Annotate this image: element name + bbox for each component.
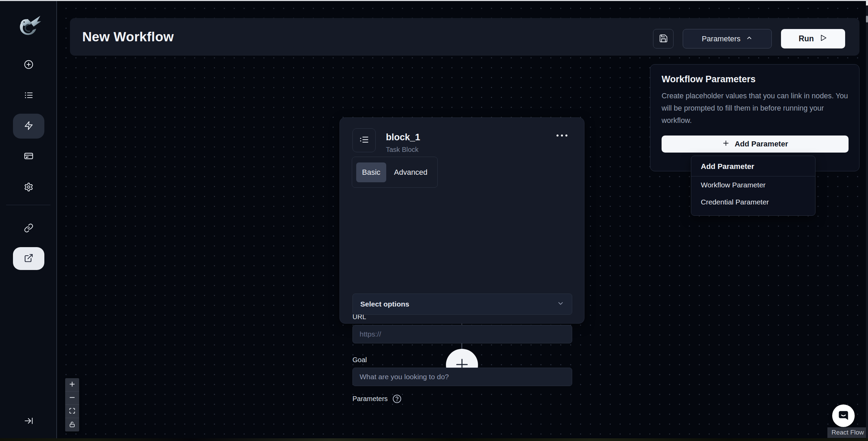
help-circle-icon[interactable] [392,394,402,403]
menu-item-workflow-parameter[interactable]: Workflow Parameter [691,176,815,194]
task-block-type-icon-box [352,128,376,152]
zoom-in-button[interactable] [65,378,79,392]
run-button[interactable]: Run [781,29,845,48]
parameters-select-value: Select options [360,300,409,308]
sidebar-expand-button[interactable] [20,413,37,429]
goal-input[interactable] [352,368,572,386]
window-top-edge [0,0,868,1]
page-title: New Workflow [82,29,174,44]
sidebar-item-create[interactable] [20,57,37,73]
header-actions: Parameters Run [653,29,845,48]
node-options-button[interactable] [553,130,570,141]
external-link-icon [24,253,33,264]
parameters-select[interactable]: Select options [352,294,572,315]
run-button-label: Run [799,34,814,43]
sidebar-item-billing[interactable] [20,148,37,165]
plus-icon [722,139,730,149]
zoom-out-button[interactable] [65,392,79,405]
task-block-node[interactable]: block_1 Task Block Basic Advanced URL Go… [339,117,584,324]
parameters-button-label: Parameters [702,34,741,43]
lock-button[interactable] [65,418,79,431]
minus-icon [69,394,75,402]
parameters-field-row: Parameters [352,394,402,403]
play-icon [819,34,827,44]
skyvern-dragon-logo-icon [14,13,43,40]
list-icon [359,134,369,146]
fit-view-button[interactable] [65,405,79,418]
plus-icon [69,381,75,388]
sidebar-item-integrations[interactable] [20,220,37,237]
gear-icon [24,182,33,193]
node-tabs: Basic Advanced [352,157,438,188]
node-title: block_1 [386,132,420,143]
parameters-label: Parameters [352,395,388,403]
chat-bubble-icon [837,409,850,423]
goal-label: Goal [352,356,367,364]
node-type-label: Task Block [386,146,419,154]
canvas-controls [65,378,79,431]
fit-view-icon [69,408,75,415]
scrollbar-top-cap [866,1,868,5]
add-parameter-button-label: Add Parameter [735,140,788,148]
tab-basic[interactable]: Basic [356,162,386,182]
workflow-parameters-panel: Workflow Parameters Create placeholder v… [650,64,859,171]
url-input[interactable] [352,325,572,343]
list-icon [24,90,33,101]
add-parameter-button[interactable]: Add Parameter [662,136,849,153]
credit-card-icon [24,151,33,162]
save-button[interactable] [653,29,674,48]
chevron-up-icon [746,34,753,43]
workflow-header: New Workflow Parameters Run [70,18,859,56]
scrollbar-track[interactable] [866,1,868,438]
panel-description: Create placeholder values that you can l… [662,90,851,127]
chevron-down-icon [557,300,564,309]
unlock-icon [69,421,75,429]
react-flow-attribution[interactable]: React Flow [827,427,868,438]
parameters-button[interactable]: Parameters [683,29,772,48]
save-icon [659,34,668,44]
panel-title: Workflow Parameters [662,74,756,85]
arrow-right-to-line-icon [24,416,33,427]
sidebar-item-settings[interactable] [20,179,37,196]
add-parameter-menu: Add Parameter Workflow Parameter Credent… [691,156,815,216]
sidebar-item-workflows-active[interactable] [13,114,44,139]
sidebar-item-runs[interactable] [20,87,37,104]
link-icon [24,223,33,234]
support-chat-button[interactable] [832,404,855,427]
plus-circle-icon [24,60,33,70]
scrollbar-thumb[interactable] [866,16,868,23]
menu-title: Add Parameter [691,156,815,176]
lightning-icon [24,121,33,132]
menu-item-credential-parameter[interactable]: Credential Parameter [691,194,815,211]
sidebar-divider [6,205,50,205]
sidebar [0,1,57,438]
tab-advanced[interactable]: Advanced [388,162,433,182]
sidebar-item-share-active[interactable] [13,247,44,270]
window-bottom-edge [0,438,868,441]
ellipsis-icon [556,134,559,137]
